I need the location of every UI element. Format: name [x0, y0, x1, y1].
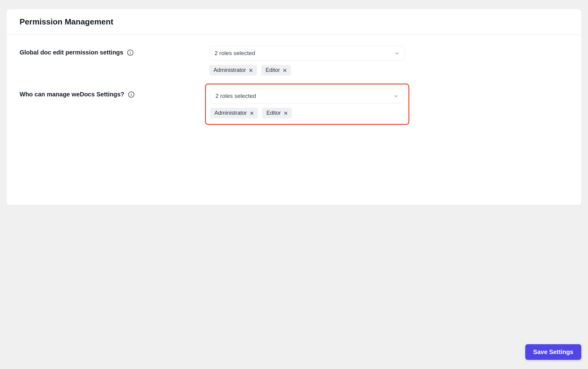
close-icon[interactable] [282, 68, 287, 73]
close-icon[interactable] [249, 111, 254, 116]
role-tag-administrator: Administrator [210, 108, 258, 118]
dropdown-text: 2 roles selected [215, 93, 393, 99]
tag-label: Editor [266, 67, 280, 73]
page-title: Permission Management [20, 17, 568, 27]
roles-dropdown-manage-settings[interactable]: 2 roles selected [210, 89, 404, 103]
role-tag-administrator: Administrator [209, 65, 257, 76]
setting-label-text: Global doc edit permission settings [20, 49, 123, 56]
role-tag-editor: Editor [261, 65, 291, 76]
svg-point-9 [131, 93, 132, 93]
chevron-down-icon [394, 50, 400, 56]
info-icon[interactable] [128, 91, 135, 98]
roles-dropdown-global-edit[interactable]: 2 roles selected [209, 46, 405, 61]
setting-label-text: Who can manage weDocs Settings? [20, 91, 124, 98]
tag-label: Administrator [214, 110, 247, 116]
selected-roles-tags: Administrator Editor [210, 108, 404, 118]
info-icon[interactable] [127, 49, 134, 56]
permission-management-card: Permission Management Global doc edit pe… [7, 9, 581, 205]
setting-row-manage-settings: Who can manage weDocs Settings? 2 roles … [20, 88, 568, 125]
close-icon[interactable] [248, 68, 253, 73]
setting-control: 2 roles selected Administrator [209, 46, 405, 76]
tag-label: Editor [266, 110, 281, 116]
svg-point-2 [130, 51, 131, 51]
role-tag-editor: Editor [262, 108, 292, 118]
close-icon[interactable] [283, 111, 288, 116]
setting-row-global-edit: Global doc edit permission settings 2 ro… [20, 46, 568, 76]
save-settings-button[interactable]: Save Settings [525, 344, 581, 360]
setting-control-highlighted: 2 roles selected Administrator [205, 84, 409, 125]
chevron-down-icon [393, 93, 399, 99]
tag-label: Administrator [214, 67, 246, 73]
card-body: Global doc edit permission settings 2 ro… [7, 35, 581, 148]
setting-label: Who can manage weDocs Settings? [20, 88, 209, 98]
card-header: Permission Management [7, 9, 581, 35]
setting-label: Global doc edit permission settings [20, 46, 209, 56]
selected-roles-tags: Administrator Editor [209, 65, 405, 76]
dropdown-text: 2 roles selected [214, 50, 394, 57]
